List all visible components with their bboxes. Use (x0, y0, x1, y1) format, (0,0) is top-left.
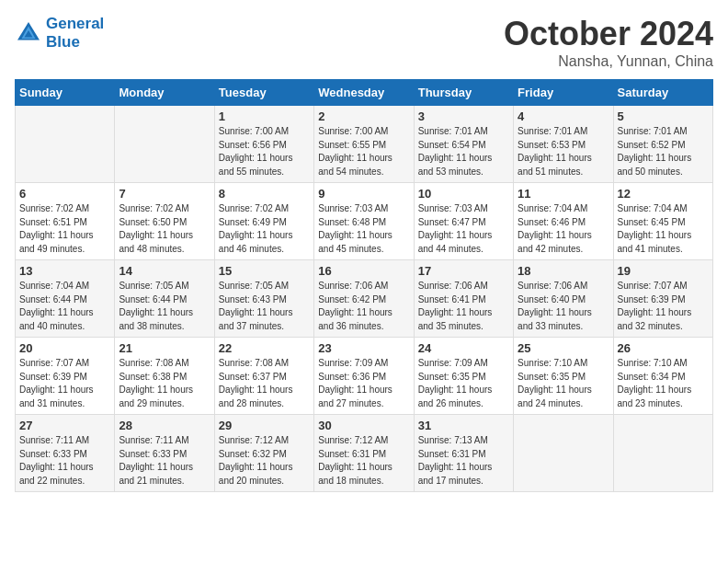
day-info: Sunrise: 7:10 AM Sunset: 6:35 PM Dayligh… (518, 357, 609, 410)
day-info: Sunrise: 7:05 AM Sunset: 6:44 PM Dayligh… (119, 280, 210, 333)
day-number: 19 (618, 264, 709, 278)
day-info: Sunrise: 7:00 AM Sunset: 6:56 PM Dayligh… (219, 125, 310, 178)
calendar-cell: 8Sunrise: 7:02 AM Sunset: 6:49 PM Daylig… (214, 183, 313, 260)
day-info: Sunrise: 7:01 AM Sunset: 6:52 PM Dayligh… (618, 125, 709, 178)
calendar-cell: 9Sunrise: 7:03 AM Sunset: 6:48 PM Daylig… (314, 183, 414, 260)
calendar-cell: 23Sunrise: 7:09 AM Sunset: 6:36 PM Dayli… (314, 338, 414, 415)
day-number: 28 (119, 419, 210, 432)
day-number: 2 (318, 109, 409, 123)
calendar-cell: 12Sunrise: 7:04 AM Sunset: 6:45 PM Dayli… (613, 183, 712, 260)
calendar-cell: 24Sunrise: 7:09 AM Sunset: 6:35 PM Dayli… (414, 338, 513, 415)
day-info: Sunrise: 7:06 AM Sunset: 6:42 PM Dayligh… (318, 280, 409, 333)
calendar-cell: 1Sunrise: 7:00 AM Sunset: 6:56 PM Daylig… (214, 106, 313, 183)
day-info: Sunrise: 7:07 AM Sunset: 6:39 PM Dayligh… (19, 357, 110, 410)
day-number: 12 (618, 187, 709, 201)
day-info: Sunrise: 7:02 AM Sunset: 6:51 PM Dayligh… (19, 202, 110, 256)
calendar-cell: 14Sunrise: 7:05 AM Sunset: 6:44 PM Dayli… (115, 260, 214, 338)
day-number: 7 (119, 187, 210, 201)
calendar-week-3: 13Sunrise: 7:04 AM Sunset: 6:44 PM Dayli… (16, 260, 713, 338)
calendar-cell: 17Sunrise: 7:06 AM Sunset: 6:41 PM Dayli… (414, 260, 513, 338)
day-header-thursday: Thursday (414, 80, 513, 106)
day-number: 21 (119, 341, 210, 355)
day-info: Sunrise: 7:01 AM Sunset: 6:53 PM Dayligh… (518, 125, 609, 178)
day-number: 3 (418, 109, 509, 123)
calendar-week-5: 27Sunrise: 7:11 AM Sunset: 6:33 PM Dayli… (16, 415, 713, 492)
calendar-cell: 15Sunrise: 7:05 AM Sunset: 6:43 PM Dayli… (214, 260, 313, 338)
day-number: 16 (318, 264, 409, 278)
day-number: 20 (19, 341, 110, 355)
logo-text: General Blue (46, 15, 104, 52)
day-number: 14 (119, 264, 210, 278)
day-info: Sunrise: 7:10 AM Sunset: 6:34 PM Dayligh… (618, 357, 709, 410)
calendar-cell: 22Sunrise: 7:08 AM Sunset: 6:37 PM Dayli… (214, 338, 313, 415)
calendar-cell: 25Sunrise: 7:10 AM Sunset: 6:35 PM Dayli… (514, 338, 613, 415)
calendar-cell: 6Sunrise: 7:02 AM Sunset: 6:51 PM Daylig… (16, 183, 115, 260)
day-number: 26 (618, 341, 709, 355)
calendar-cell (613, 415, 712, 492)
day-number: 24 (418, 341, 509, 355)
day-info: Sunrise: 7:03 AM Sunset: 6:47 PM Dayligh… (418, 202, 509, 256)
calendar-cell: 18Sunrise: 7:06 AM Sunset: 6:40 PM Dayli… (514, 260, 613, 338)
day-info: Sunrise: 7:09 AM Sunset: 6:36 PM Dayligh… (318, 357, 409, 410)
calendar-table: SundayMondayTuesdayWednesdayThursdayFrid… (15, 79, 713, 492)
calendar-cell: 7Sunrise: 7:02 AM Sunset: 6:50 PM Daylig… (115, 183, 214, 260)
day-number: 6 (19, 187, 110, 201)
day-number: 1 (219, 109, 310, 123)
calendar-cell: 3Sunrise: 7:01 AM Sunset: 6:54 PM Daylig… (414, 106, 513, 183)
calendar-cell (514, 415, 613, 492)
day-number: 29 (219, 419, 310, 432)
logo-icon (15, 19, 42, 47)
calendar-cell: 28Sunrise: 7:11 AM Sunset: 6:33 PM Dayli… (115, 415, 214, 492)
day-number: 18 (518, 264, 609, 278)
day-number: 10 (418, 187, 509, 201)
calendar-cell: 4Sunrise: 7:01 AM Sunset: 6:53 PM Daylig… (514, 106, 613, 183)
calendar-cell: 16Sunrise: 7:06 AM Sunset: 6:42 PM Dayli… (314, 260, 414, 338)
day-info: Sunrise: 7:03 AM Sunset: 6:48 PM Dayligh… (318, 202, 409, 256)
day-info: Sunrise: 7:11 AM Sunset: 6:33 PM Dayligh… (19, 434, 110, 488)
day-header-monday: Monday (115, 80, 214, 106)
day-header-sunday: Sunday (16, 80, 115, 106)
day-info: Sunrise: 7:08 AM Sunset: 6:37 PM Dayligh… (219, 357, 310, 410)
day-number: 9 (318, 187, 409, 201)
calendar-cell: 19Sunrise: 7:07 AM Sunset: 6:39 PM Dayli… (613, 260, 712, 338)
calendar-cell: 5Sunrise: 7:01 AM Sunset: 6:52 PM Daylig… (613, 106, 712, 183)
calendar-cell (115, 106, 214, 183)
day-number: 13 (19, 264, 110, 278)
day-info: Sunrise: 7:06 AM Sunset: 6:40 PM Dayligh… (518, 280, 609, 333)
calendar-cell: 29Sunrise: 7:12 AM Sunset: 6:32 PM Dayli… (214, 415, 313, 492)
calendar-cell: 31Sunrise: 7:13 AM Sunset: 6:31 PM Dayli… (414, 415, 513, 492)
day-number: 5 (618, 109, 709, 123)
day-info: Sunrise: 7:07 AM Sunset: 6:39 PM Dayligh… (618, 280, 709, 333)
calendar-cell: 30Sunrise: 7:12 AM Sunset: 6:31 PM Dayli… (314, 415, 414, 492)
day-info: Sunrise: 7:12 AM Sunset: 6:32 PM Dayligh… (219, 434, 310, 488)
day-header-saturday: Saturday (613, 80, 712, 106)
calendar-week-4: 20Sunrise: 7:07 AM Sunset: 6:39 PM Dayli… (16, 338, 713, 415)
month-title: October 2024 (504, 15, 713, 53)
day-number: 27 (19, 419, 110, 432)
day-info: Sunrise: 7:12 AM Sunset: 6:31 PM Dayligh… (318, 434, 409, 488)
calendar-cell: 2Sunrise: 7:00 AM Sunset: 6:55 PM Daylig… (314, 106, 414, 183)
day-info: Sunrise: 7:04 AM Sunset: 6:44 PM Dayligh… (19, 280, 110, 333)
calendar-cell: 21Sunrise: 7:08 AM Sunset: 6:38 PM Dayli… (115, 338, 214, 415)
day-header-wednesday: Wednesday (314, 80, 414, 106)
day-number: 30 (318, 419, 409, 432)
calendar-cell: 13Sunrise: 7:04 AM Sunset: 6:44 PM Dayli… (16, 260, 115, 338)
title-block: October 2024 Nansha, Yunnan, China (504, 15, 713, 70)
day-number: 23 (318, 341, 409, 355)
location-title: Nansha, Yunnan, China (504, 53, 713, 70)
day-info: Sunrise: 7:04 AM Sunset: 6:45 PM Dayligh… (618, 202, 709, 256)
day-number: 25 (518, 341, 609, 355)
day-info: Sunrise: 7:05 AM Sunset: 6:43 PM Dayligh… (219, 280, 310, 333)
day-info: Sunrise: 7:02 AM Sunset: 6:49 PM Dayligh… (219, 202, 310, 256)
calendar-cell: 27Sunrise: 7:11 AM Sunset: 6:33 PM Dayli… (16, 415, 115, 492)
logo: General Blue (15, 15, 104, 52)
day-info: Sunrise: 7:08 AM Sunset: 6:38 PM Dayligh… (119, 357, 210, 410)
calendar-header-row: SundayMondayTuesdayWednesdayThursdayFrid… (16, 80, 713, 106)
day-number: 4 (518, 109, 609, 123)
day-info: Sunrise: 7:11 AM Sunset: 6:33 PM Dayligh… (119, 434, 210, 488)
day-number: 15 (219, 264, 310, 278)
day-header-friday: Friday (514, 80, 613, 106)
day-info: Sunrise: 7:01 AM Sunset: 6:54 PM Dayligh… (418, 125, 509, 178)
calendar-week-1: 1Sunrise: 7:00 AM Sunset: 6:56 PM Daylig… (16, 106, 713, 183)
day-number: 11 (518, 187, 609, 201)
